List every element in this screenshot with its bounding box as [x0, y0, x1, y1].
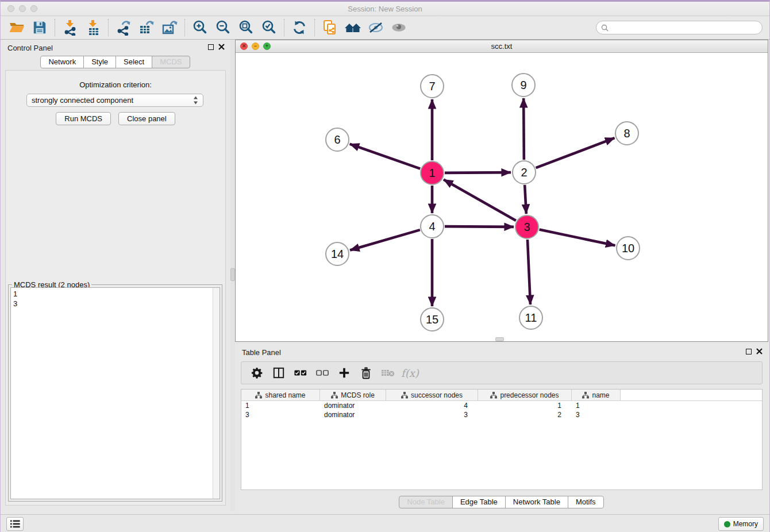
canvas-resize-handle[interactable]: [495, 337, 504, 341]
tab-network[interactable]: Network: [40, 56, 84, 68]
network-minimize-icon[interactable]: −: [252, 43, 259, 50]
zoom-selected-icon[interactable]: [259, 18, 279, 37]
table-tab-edge-table[interactable]: Edge Table: [452, 496, 506, 508]
open-session-icon[interactable]: [7, 18, 26, 37]
vertical-splitter-handle[interactable]: [230, 268, 235, 281]
select-all-checkboxes-icon[interactable]: [292, 364, 309, 381]
table-row[interactable]: 1dominator411: [241, 401, 762, 410]
add-row-plus-icon[interactable]: [336, 364, 353, 381]
result-scrollbar[interactable]: [213, 288, 220, 499]
network-close-icon[interactable]: ✕: [240, 43, 248, 50]
node-10[interactable]: 10: [616, 236, 640, 260]
tab-select[interactable]: Select: [116, 56, 152, 68]
column-header-predecessor-nodes[interactable]: predecessor nodes: [478, 390, 572, 400]
minimize-window-button[interactable]: [19, 5, 26, 12]
close-panel-button[interactable]: Close panel: [118, 112, 175, 125]
edge-4-3[interactable]: [445, 226, 514, 227]
toolbar-separator: [108, 19, 109, 36]
memory-label: Memory: [733, 520, 758, 528]
edge-2-3[interactable]: [525, 185, 526, 214]
import-network-icon[interactable]: [60, 18, 80, 37]
node-14[interactable]: 14: [325, 242, 349, 266]
table-cell[interactable]: 4: [386, 401, 478, 410]
table-cell[interactable]: 2: [478, 410, 572, 419]
window-title: Session: New Session: [1, 2, 769, 16]
zoom-out-icon[interactable]: [213, 18, 233, 37]
table-row[interactable]: 3dominator323: [241, 410, 762, 419]
column-header-shared-name[interactable]: shared name: [241, 390, 320, 400]
network-canvas[interactable]: 7968124314101511: [236, 53, 768, 341]
table-cell[interactable]: 1: [241, 401, 320, 410]
split-view-icon[interactable]: [270, 364, 287, 381]
edge-3-10[interactable]: [540, 230, 615, 246]
refresh-layout-icon[interactable]: [290, 18, 309, 37]
hide-panels-eye-slash-icon[interactable]: [366, 18, 386, 37]
edge-2-8[interactable]: [536, 138, 615, 168]
optimization-criterion-dropdown[interactable]: strongly connected component: [26, 94, 203, 107]
save-session-icon[interactable]: [30, 18, 49, 37]
column-header-MCDS-role[interactable]: MCDS role: [320, 390, 386, 400]
edge-4-14[interactable]: [350, 230, 420, 250]
edge-2-9[interactable]: [523, 98, 524, 160]
node-7[interactable]: 7: [420, 74, 444, 98]
node-6[interactable]: 6: [325, 128, 349, 152]
edge-3-11[interactable]: [528, 240, 530, 304]
node-15[interactable]: 15: [420, 307, 444, 331]
node-3[interactable]: 3: [515, 215, 539, 239]
import-table-icon[interactable]: [83, 18, 103, 37]
export-network-icon[interactable]: [114, 18, 133, 37]
network-zoom-icon[interactable]: +: [263, 43, 271, 50]
node-2[interactable]: 2: [512, 160, 536, 184]
node-1[interactable]: 1: [420, 161, 444, 185]
table-tab-network-table[interactable]: Network Table: [505, 496, 568, 508]
memory-button[interactable]: Memory: [718, 517, 764, 531]
node-9[interactable]: 9: [511, 73, 536, 97]
table-tab-node-table[interactable]: Node Table: [399, 496, 453, 508]
edge-1-2[interactable]: [445, 172, 511, 173]
table-cell[interactable]: dominator: [320, 401, 386, 410]
node-8[interactable]: 8: [615, 121, 639, 145]
node-4[interactable]: 4: [420, 214, 444, 238]
network-window-header[interactable]: ✕ − + scc.txt: [236, 40, 768, 53]
export-table-icon[interactable]: [137, 18, 156, 37]
table-cell[interactable]: 1: [572, 401, 621, 410]
column-header-successor-nodes[interactable]: successor nodes: [386, 390, 478, 400]
zoom-fit-icon[interactable]: [236, 18, 256, 37]
clear-checkboxes-icon[interactable]: [314, 364, 331, 381]
network-snapshot-icon[interactable]: [320, 18, 340, 37]
control-panel: Control Panel NetworkStyleSelectMCDS Opt…: [1, 40, 230, 511]
delete-table-icon[interactable]: [379, 364, 396, 381]
toolbar-separator: [314, 19, 315, 36]
edge-3-1[interactable]: [444, 179, 516, 221]
close-window-button[interactable]: [7, 5, 14, 12]
float-table-panel-icon[interactable]: [746, 349, 752, 354]
vertical-splitter[interactable]: [230, 40, 235, 511]
delete-row-trash-icon[interactable]: [357, 364, 375, 381]
show-graphics-eye-icon[interactable]: [389, 18, 409, 37]
mcds-result-list[interactable]: 13: [10, 287, 220, 499]
table-cell[interactable]: 1: [478, 401, 572, 410]
column-header-name[interactable]: name: [572, 390, 621, 400]
table-cell[interactable]: 3: [572, 410, 621, 419]
tab-mcds[interactable]: MCDS: [152, 56, 190, 68]
export-image-icon[interactable]: [160, 18, 179, 37]
task-history-button[interactable]: [6, 517, 24, 531]
search-input[interactable]: [611, 24, 762, 32]
function-builder-icon[interactable]: f(x): [401, 364, 419, 381]
zoom-in-icon[interactable]: [190, 18, 210, 37]
close-table-panel-icon[interactable]: [756, 348, 763, 354]
edge-1-6[interactable]: [350, 144, 421, 169]
home-view-icon[interactable]: [343, 18, 363, 37]
tab-style[interactable]: Style: [83, 56, 116, 68]
column-settings-gear-icon[interactable]: [248, 364, 265, 381]
table-cell[interactable]: 3: [386, 410, 478, 419]
maximize-window-button[interactable]: [30, 5, 37, 12]
close-panel-icon[interactable]: [218, 44, 225, 50]
table-tab-motifs[interactable]: Motifs: [568, 496, 604, 508]
float-panel-icon[interactable]: [208, 44, 214, 50]
dropdown-stepper-icon: [193, 96, 198, 105]
node-11[interactable]: 11: [519, 306, 543, 330]
table-cell[interactable]: dominator: [320, 410, 386, 419]
table-cell[interactable]: 3: [241, 410, 320, 419]
run-mcds-button[interactable]: Run MCDS: [56, 112, 111, 125]
